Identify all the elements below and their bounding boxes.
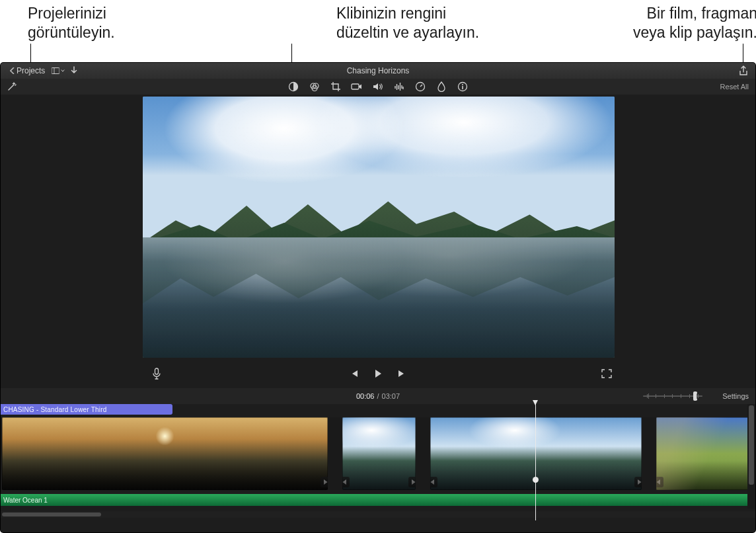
transition-icon <box>430 479 435 485</box>
equalizer-icon <box>394 82 404 91</box>
crop-icon <box>330 81 341 92</box>
time-separator: / <box>377 392 379 400</box>
transition-icon <box>411 479 416 485</box>
transition-icon <box>323 479 328 485</box>
title-clip[interactable]: CHASING - Standard Lower Third <box>1 404 172 415</box>
import-button[interactable] <box>67 65 81 77</box>
volume-button[interactable] <box>372 81 384 93</box>
chevron-down-icon <box>61 69 65 73</box>
svg-rect-11 <box>155 368 159 374</box>
next-frame-button[interactable] <box>395 366 409 381</box>
adjust-toolbar: Reset All <box>1 79 755 95</box>
info-icon <box>457 81 468 92</box>
preview-water <box>143 237 615 358</box>
transition-marker[interactable] <box>321 477 328 487</box>
projects-label: Projects <box>17 66 45 75</box>
camera-icon <box>351 82 363 91</box>
current-time: 00:06 <box>356 392 375 400</box>
share-icon <box>739 65 748 76</box>
timeline-clip[interactable] <box>2 417 328 490</box>
library-view-button[interactable] <box>52 65 65 77</box>
project-title: Chasing Horizons <box>347 66 410 75</box>
viewer-controls <box>1 359 755 388</box>
imovie-window: Projects Chasing Horizons <box>1 63 755 532</box>
library-view-icon <box>52 67 59 75</box>
playhead[interactable] <box>535 400 536 520</box>
transition-marker[interactable] <box>634 477 642 487</box>
previous-frame-button[interactable] <box>347 366 361 381</box>
transition-icon <box>656 479 661 485</box>
time-settings-bar: 00:06 / 03:07 Settings <box>1 388 755 404</box>
share-button[interactable] <box>737 65 750 77</box>
magic-wand-button[interactable] <box>6 81 18 93</box>
timeline-zoom-slider[interactable] <box>643 395 702 397</box>
transition-marker[interactable] <box>430 477 437 487</box>
playhead-time: 00:06 / 03:07 <box>356 392 400 400</box>
viewer-area <box>1 95 755 388</box>
playhead-knob[interactable] <box>533 477 539 483</box>
transition-marker[interactable] <box>408 477 416 487</box>
callout-share: Bir film, fragman veya klip paylaşın. <box>586 4 756 42</box>
title-clip-label: CHASING - Standard Lower Third <box>3 406 106 413</box>
speed-button[interactable] <box>414 81 426 93</box>
svg-rect-0 <box>52 68 59 74</box>
timeline-clip[interactable] <box>656 417 755 490</box>
clip-filter-button[interactable] <box>435 81 447 93</box>
import-arrow-icon <box>70 66 78 75</box>
callout-color-adjust: Klibinizin rengini düzeltin ve ayarlayın… <box>336 4 535 42</box>
filter-drop-icon <box>437 81 446 92</box>
fullscreen-button[interactable] <box>599 366 614 381</box>
previous-icon <box>349 369 359 378</box>
timeline-horizontal-scrollbar[interactable] <box>1 511 755 518</box>
transition-icon <box>637 479 642 485</box>
clip-info-button[interactable] <box>457 81 469 93</box>
transition-icon <box>342 479 347 485</box>
scrollbar-thumb[interactable] <box>2 512 101 516</box>
timeline[interactable] <box>1 417 747 490</box>
callouts-row: Projelerinizi görüntüleyin. Klibinizin r… <box>0 0 756 45</box>
audio-clip[interactable]: Water Ocean 1 <box>1 494 747 506</box>
microphone-icon <box>152 368 161 380</box>
color-correction-button[interactable] <box>309 81 321 93</box>
timeline-clip[interactable] <box>342 417 416 490</box>
reset-all-button[interactable]: Reset All <box>720 83 749 91</box>
next-icon <box>397 369 407 378</box>
transition-marker[interactable] <box>656 477 663 487</box>
play-button[interactable] <box>371 366 385 381</box>
stabilization-button[interactable] <box>351 81 363 93</box>
titlebar: Projects Chasing Horizons <box>1 63 755 79</box>
chevron-left-icon <box>10 67 15 74</box>
total-time: 03:07 <box>382 392 400 400</box>
scrollbar-thumb[interactable] <box>749 405 754 485</box>
svg-rect-10 <box>462 86 463 89</box>
voiceover-record-button[interactable] <box>149 366 164 381</box>
preview-viewport[interactable] <box>143 97 615 358</box>
timeline-settings-button[interactable]: Settings <box>722 392 749 400</box>
color-balance-button[interactable] <box>287 81 299 93</box>
fullscreen-icon <box>601 369 612 378</box>
svg-rect-6 <box>352 84 359 89</box>
audio-clip-label: Water Ocean 1 <box>3 497 48 504</box>
transition-marker[interactable] <box>342 477 350 487</box>
timeline-vertical-scrollbar[interactable] <box>747 404 755 509</box>
play-icon <box>373 368 383 379</box>
color-wheel-icon <box>309 81 320 92</box>
projects-back-button[interactable]: Projects <box>6 65 49 77</box>
speedometer-icon <box>415 81 426 92</box>
zoom-slider-knob[interactable] <box>693 391 697 401</box>
noise-reduction-button[interactable] <box>393 81 405 93</box>
crop-button[interactable] <box>330 81 342 93</box>
svg-point-9 <box>462 84 463 85</box>
callout-projects: Projelerinizi görüntüleyin. <box>28 4 226 42</box>
volume-icon <box>373 82 383 91</box>
color-balance-icon <box>288 81 299 92</box>
magic-wand-icon <box>7 81 17 92</box>
